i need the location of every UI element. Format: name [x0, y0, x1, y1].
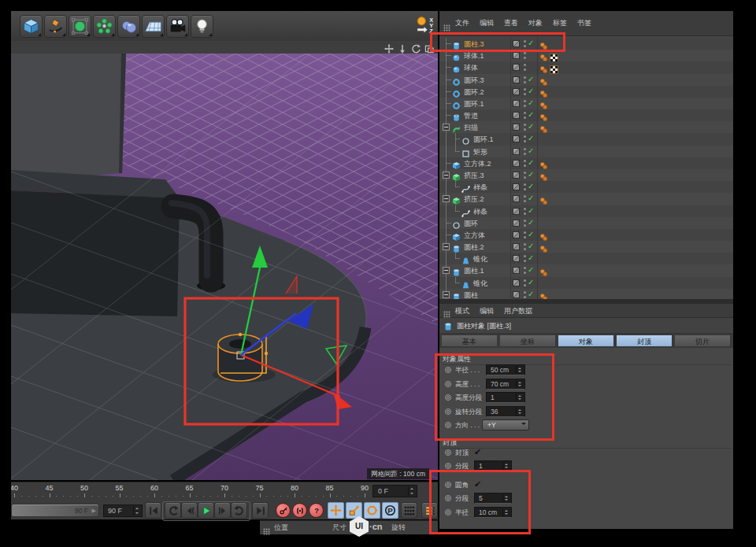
object-row[interactable]: 圆柱✓: [439, 289, 733, 299]
loop-forward-button[interactable]: [231, 502, 247, 519]
phong-tag-icon[interactable]: [539, 111, 548, 120]
object-row[interactable]: 挤压.2✓: [439, 193, 733, 205]
object-tree[interactable]: 圆柱.3✓球体.1球体圆环.3✓圆环.2✓圆环.1✓管道✓扫描✓圆环.1✓矩形✓…: [439, 36, 733, 299]
layer-toggle[interactable]: [513, 124, 520, 131]
object-row[interactable]: 样条✓: [439, 205, 733, 217]
key-point-level-button[interactable]: [401, 502, 417, 519]
phong-tag-icon[interactable]: [539, 99, 548, 108]
object-name[interactable]: 立方体.2: [464, 159, 491, 169]
enable-toggle[interactable]: ✓: [528, 206, 534, 215]
visibility-toggles[interactable]: [524, 111, 527, 120]
metaball-tool-button[interactable]: [117, 15, 140, 38]
phong-tag-icon[interactable]: [539, 87, 548, 96]
cloner-tool-button[interactable]: [93, 15, 116, 38]
enable-toggle[interactable]: ✓: [528, 146, 534, 155]
visibility-toggles[interactable]: [524, 135, 527, 143]
object-name[interactable]: 圆柱.1: [464, 266, 484, 276]
visibility-toggles[interactable]: [524, 266, 527, 275]
phong-tag-icon[interactable]: [539, 171, 548, 179]
record-active-objects-button[interactable]: [292, 503, 307, 518]
layer-toggle[interactable]: [513, 112, 520, 119]
zoom-view-icon[interactable]: [398, 43, 407, 52]
phong-tag-icon[interactable]: [539, 159, 548, 168]
am-menu-item[interactable]: 编辑: [480, 306, 494, 316]
collapse-toggle-icon[interactable]: [443, 291, 450, 298]
object-row[interactable]: 球体: [439, 61, 733, 73]
autokey-question-button[interactable]: ?: [309, 503, 324, 518]
layer-toggle[interactable]: [513, 231, 520, 238]
enable-toggle[interactable]: ✓: [528, 218, 534, 227]
loop-backward-button[interactable]: [165, 502, 181, 519]
enable-toggle[interactable]: ✓: [528, 230, 534, 238]
layer-toggle[interactable]: [513, 279, 520, 286]
object-row[interactable]: 圆环.2✓: [439, 86, 733, 98]
object-row[interactable]: 锥化✓: [439, 253, 733, 264]
object-row[interactable]: 管道✓: [439, 109, 733, 121]
object-name[interactable]: 挤压.3: [464, 171, 484, 181]
visibility-toggles[interactable]: [524, 159, 527, 168]
am-menu-item[interactable]: 用户数据: [504, 306, 532, 316]
visibility-toggles[interactable]: [524, 254, 527, 263]
object-name[interactable]: 扫描: [464, 123, 478, 133]
visibility-toggles[interactable]: [524, 87, 527, 96]
visibility-toggles[interactable]: [524, 219, 527, 227]
tab-inactive[interactable]: 坐标: [499, 334, 556, 347]
layer-toggle[interactable]: [513, 52, 520, 59]
goto-end-button[interactable]: [252, 502, 269, 519]
layer-toggle[interactable]: [513, 208, 520, 215]
visibility-toggles[interactable]: [524, 171, 527, 179]
collapse-toggle-icon[interactable]: [443, 267, 450, 274]
enable-toggle[interactable]: ✓: [528, 110, 534, 119]
stepper-icon[interactable]: [408, 486, 416, 496]
object-name[interactable]: 圆柱: [464, 290, 478, 299]
object-name[interactable]: 挤压.2: [464, 194, 484, 205]
layer-toggle[interactable]: [513, 220, 520, 227]
object-row[interactable]: 矩形✓: [439, 146, 733, 157]
rotate-view-icon[interactable]: [411, 43, 421, 52]
object-name[interactable]: 圆环: [464, 219, 478, 229]
phong-tag-icon[interactable]: [539, 63, 548, 72]
pen-tool-button[interactable]: [44, 15, 67, 38]
layer-toggle[interactable]: [513, 135, 520, 142]
layer-toggle[interactable]: [513, 172, 520, 179]
visibility-toggles[interactable]: [524, 147, 527, 156]
enable-toggle[interactable]: ✓: [528, 290, 534, 298]
am-menu-item[interactable]: 模式: [455, 306, 469, 316]
tab-active[interactable]: 封顶: [616, 334, 673, 347]
floor-tool-button[interactable]: [142, 15, 165, 38]
object-row[interactable]: 样条✓: [439, 181, 733, 193]
object-name[interactable]: 圆环.2: [464, 87, 484, 98]
goto-start-button[interactable]: [145, 502, 161, 519]
object-name[interactable]: 立方体: [464, 231, 485, 241]
object-name[interactable]: 矩形: [473, 147, 487, 157]
subdivision-tool-button[interactable]: [69, 15, 91, 38]
om-menu-item[interactable]: 标签: [553, 18, 567, 28]
light-tool-button[interactable]: [191, 15, 213, 38]
stepper-icon[interactable]: [502, 462, 510, 470]
visibility-toggles[interactable]: [524, 76, 527, 84]
enable-toggle[interactable]: ✓: [528, 158, 534, 167]
object-name[interactable]: 样条: [473, 207, 487, 217]
object-row[interactable]: 扫描✓: [439, 121, 733, 133]
phong-tag-icon[interactable]: [539, 231, 548, 239]
visibility-toggles[interactable]: [524, 183, 527, 191]
object-name[interactable]: 样条: [473, 183, 487, 193]
visibility-toggles[interactable]: [524, 290, 527, 299]
enable-toggle[interactable]: ✓: [528, 278, 534, 286]
visibility-toggles[interactable]: [524, 63, 527, 72]
tab-inactive[interactable]: 基本: [441, 334, 498, 347]
enable-toggle[interactable]: ✓: [528, 122, 534, 131]
enable-toggle[interactable]: ✓: [528, 182, 534, 190]
collapse-toggle-icon[interactable]: [443, 124, 450, 131]
current-frame-field[interactable]: 0 F: [372, 485, 417, 497]
object-row[interactable]: 锥化✓: [439, 277, 733, 289]
object-row[interactable]: 圆柱.2✓: [439, 241, 733, 253]
object-row[interactable]: 圆环✓: [439, 217, 733, 229]
texture-tag-icon[interactable]: [550, 51, 558, 60]
layer-toggle[interactable]: [513, 64, 520, 71]
object-name[interactable]: 球体: [464, 63, 478, 73]
visibility-toggles[interactable]: [524, 99, 527, 108]
layer-toggle[interactable]: [513, 148, 520, 155]
enable-toggle[interactable]: ✓: [528, 75, 534, 83]
enable-toggle[interactable]: ✓: [528, 242, 534, 250]
